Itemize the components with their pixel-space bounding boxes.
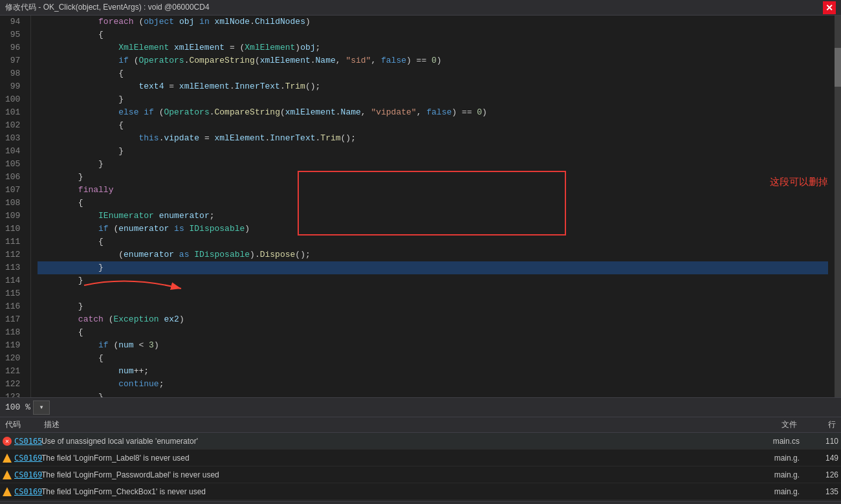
warning-indicator [3,487,12,496]
line-number: 100 [5,93,25,106]
line-number: 114 [5,274,25,287]
error-file: main.cs [722,437,800,446]
line-number: 118 [5,326,25,339]
code-line: { [38,352,828,365]
line-number: 113 [5,261,25,274]
error-code[interactable]: CS0169 [14,454,42,463]
error-row[interactable]: ✕CS0165Use of unassigned local variable … [0,433,841,450]
error-list: ✕CS0165Use of unassigned local variable … [0,433,841,500]
header-file: 文件 [722,419,800,430]
code-line: } [38,171,828,184]
code-line: } [38,391,828,397]
line-number: 102 [5,119,25,132]
code-line: text4 = xmlElement.InnerText.Trim(); [38,80,828,93]
error-line-number: 126 [800,470,838,479]
line-numbers: 9495969798991001011021031041051061071081… [0,16,31,397]
error-line-number: 149 [800,454,838,463]
error-icon-0: ✕ [3,437,12,446]
code-line: } [38,300,828,313]
code-line: finally [38,184,828,197]
line-number: 105 [5,158,25,171]
code-line: XmlElement xmlElement = (XmlElement)obj; [38,41,828,54]
line-number: 122 [5,378,25,391]
code-line: { [38,67,828,80]
line-number: 97 [5,54,25,67]
error-row[interactable]: CS0169The field 'LoginForm_PasswordLabel… [0,466,841,483]
line-number: 111 [5,236,25,248]
code-line: if (num < 3) [38,339,828,352]
line-number: 95 [5,28,25,41]
line-number: 103 [5,132,25,145]
header-line: 行 [800,419,838,430]
code-line: { [38,326,828,339]
error-file: main.g. [722,470,800,479]
code-line: continue; [38,378,828,391]
code-line: } [38,158,828,171]
error-description: The field 'LoginForm_CheckBox1' is never… [41,487,722,496]
code-lines[interactable]: foreach (object obj in xmlNode.ChildNode… [31,16,835,397]
line-number: 98 [5,67,25,80]
zoom-bar: 100 % ▾ [0,397,841,417]
error-row[interactable]: CS0169The field 'LoginForm_Label8' is ne… [0,450,841,466]
line-number: 101 [5,106,25,119]
zoom-dropdown-btn[interactable]: ▾ [33,400,50,415]
code-container: 9495969798991001011021031041051061071081… [0,16,841,397]
error-file: main.g. [722,454,800,463]
window-title: 修改代码 - OK_Click(object, EventArgs) : voi… [5,2,823,13]
error-code[interactable]: CS0165 [14,437,42,446]
scrollbar-thumb[interactable] [835,48,841,87]
code-line: IEnumerator enumerator; [38,210,828,223]
error-code[interactable]: CS0169 [14,470,42,479]
line-number: 99 [5,80,25,93]
error-panel-header: 代码 描述 文件 行 [0,417,841,433]
line-number: 106 [5,171,25,184]
code-line: catch (Exception ex2) [38,313,828,326]
error-icon-1 [3,454,12,463]
vertical-scrollbar[interactable] [835,16,841,397]
line-number: 96 [5,41,25,54]
header-code: 代码 [3,419,41,430]
line-number: 123 [5,391,25,397]
code-line: if (Operators.CompareString(xmlElement.N… [38,54,828,67]
line-number: 107 [5,184,25,197]
line-number: 110 [5,223,25,236]
code-line: } [38,145,828,158]
line-number: 120 [5,352,25,365]
title-bar: 修改代码 - OK_Click(object, EventArgs) : voi… [0,0,841,16]
error-description: The field 'LoginForm_Label8' is never us… [41,454,722,463]
line-number: 121 [5,365,25,378]
error-indicator: ✕ [3,437,12,446]
header-desc: 描述 [41,419,722,430]
error-line-number: 110 [800,437,838,446]
error-code[interactable]: CS0169 [14,487,42,496]
code-line: } [38,93,828,106]
code-line: num++; [38,365,828,378]
code-line: else if (Operators.CompareString(xmlElem… [38,106,828,119]
line-number: 104 [5,145,25,158]
code-line: (enumerator as IDisposable).Dispose(); [38,248,828,261]
code-line [38,287,828,300]
error-icon-2 [3,470,12,479]
line-number: 112 [5,248,25,261]
code-line: if (enumerator is IDisposable) [38,223,828,236]
code-line: this.vipdate = xmlElement.InnerText.Trim… [38,132,828,145]
warning-indicator [3,454,12,463]
zoom-value: 100 % [5,402,30,412]
close-button[interactable]: ✕ [823,1,836,14]
annotation-label: 这段可以删掉 [770,176,828,188]
code-line: { [38,119,828,132]
error-description: Use of unassigned local variable 'enumer… [41,437,722,446]
error-description: The field 'LoginForm_PasswordLabel' is n… [41,470,722,479]
code-line: foreach (object obj in xmlNode.ChildNode… [38,16,828,28]
error-icon-3 [3,487,12,496]
line-number: 117 [5,313,25,326]
error-row[interactable]: CS0169The field 'LoginForm_CheckBox1' is… [0,483,841,500]
code-line: } [38,274,828,287]
code-line: { [38,197,828,210]
line-number: 109 [5,210,25,223]
line-number: 108 [5,197,25,210]
line-number: 116 [5,300,25,313]
error-panel: 代码 描述 文件 行 ✕CS0165Use of unassigned loca… [0,417,841,501]
code-line: } [38,261,828,274]
error-line-number: 135 [800,487,838,496]
